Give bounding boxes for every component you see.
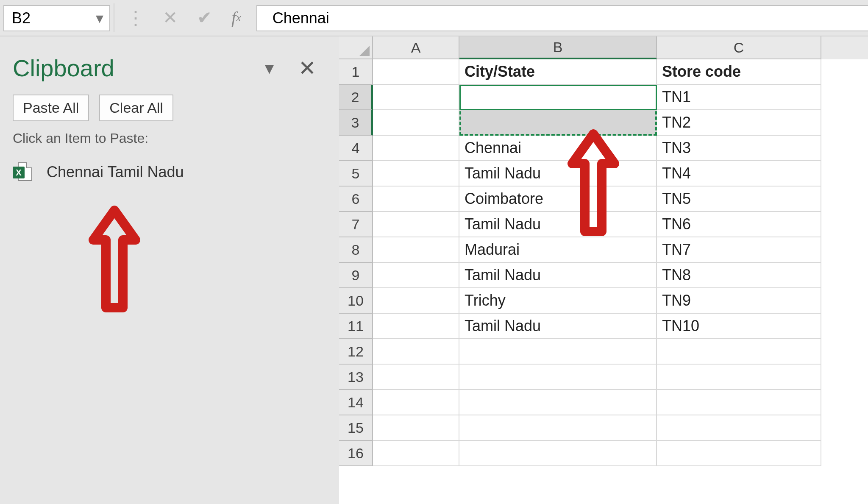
cell-C7[interactable]: TN6 — [657, 212, 821, 237]
spreadsheet[interactable]: A B C 1City/StateStore code2ChennaiTN13T… — [339, 36, 868, 504]
cell-B1[interactable]: City/State — [459, 59, 657, 85]
paste-all-button[interactable]: Paste All — [13, 95, 89, 121]
grid-row: 6CoimbatoreTN5 — [339, 187, 868, 212]
cell-A10[interactable] — [373, 288, 459, 314]
cell-C14[interactable] — [657, 390, 821, 415]
row-header[interactable]: 13 — [339, 365, 373, 390]
cell-A5[interactable] — [373, 161, 459, 187]
clear-all-button[interactable]: Clear All — [99, 95, 173, 121]
cell-B11[interactable]: Tamil Nadu — [459, 314, 657, 339]
select-all-corner[interactable] — [339, 36, 373, 59]
cell-C16[interactable] — [657, 441, 821, 466]
chevron-down-icon[interactable]: ▾ — [265, 58, 274, 78]
clipboard-item[interactable]: X Chennai Tamil Nadu — [13, 161, 326, 184]
cell-C1[interactable]: Store code — [657, 59, 821, 85]
row-header[interactable]: 14 — [339, 390, 373, 415]
row-header[interactable]: 4 — [339, 136, 373, 161]
cell-B6[interactable]: Coimbatore — [459, 187, 657, 212]
cell-A2[interactable] — [373, 85, 459, 110]
row-header[interactable]: 15 — [339, 415, 373, 441]
row-header[interactable]: 7 — [339, 212, 373, 237]
clipboard-header: Clipboard ▾ ✕ — [13, 54, 326, 82]
more-icon[interactable]: ⋮ — [126, 8, 143, 27]
cell-B9[interactable]: Tamil Nadu — [459, 263, 657, 288]
fx-icon[interactable]: fx — [231, 9, 241, 26]
row-header[interactable]: 11 — [339, 314, 373, 339]
cell-C6[interactable]: TN5 — [657, 187, 821, 212]
cell-B7[interactable]: Tamil Nadu — [459, 212, 657, 237]
grid-row: 3Tamil NaduTN2 — [339, 110, 868, 136]
grid-row: 5Tamil NaduTN4 — [339, 161, 868, 187]
cell-C3[interactable]: TN2 — [657, 110, 821, 136]
row-header[interactable]: 10 — [339, 288, 373, 314]
row-header[interactable]: 9 — [339, 263, 373, 288]
cell-C4[interactable]: TN3 — [657, 136, 821, 161]
cell-C2[interactable]: TN1 — [657, 85, 821, 110]
row-header[interactable]: 1 — [339, 59, 373, 85]
grid-row: 12 — [339, 339, 868, 365]
excel-icon: X — [13, 162, 32, 182]
column-header-A[interactable]: A — [373, 36, 459, 59]
cell-A1[interactable] — [373, 59, 459, 85]
row-header[interactable]: 3 — [339, 110, 373, 136]
cell-B15[interactable] — [459, 415, 657, 441]
chevron-down-icon[interactable]: ▾ — [96, 9, 103, 27]
cell-A13[interactable] — [373, 365, 459, 390]
grid-row: 7Tamil NaduTN6 — [339, 212, 868, 237]
cell-B14[interactable] — [459, 390, 657, 415]
row-header[interactable]: 2 — [339, 85, 373, 110]
cell-B5[interactable]: Tamil Nadu — [459, 161, 657, 187]
cell-B16[interactable] — [459, 441, 657, 466]
cell-A6[interactable] — [373, 187, 459, 212]
cell-B13[interactable] — [459, 365, 657, 390]
column-header-B[interactable]: B — [459, 36, 657, 59]
cell-A11[interactable] — [373, 314, 459, 339]
cell-A15[interactable] — [373, 415, 459, 441]
row-header[interactable]: 5 — [339, 161, 373, 187]
cell-B12[interactable] — [459, 339, 657, 365]
main: Clipboard ▾ ✕ Paste All Clear All Click … — [0, 36, 868, 504]
name-box[interactable]: B2 ▾ — [3, 5, 110, 31]
grid-row: 8MaduraiTN7 — [339, 237, 868, 263]
grid-row: 11Tamil NaduTN10 — [339, 314, 868, 339]
cell-A3[interactable] — [373, 110, 459, 136]
grid-row: 15 — [339, 415, 868, 441]
cell-A4[interactable] — [373, 136, 459, 161]
formula-input[interactable]: Chennai — [256, 5, 868, 31]
annotation-arrow-icon — [85, 198, 144, 316]
row-header[interactable]: 12 — [339, 339, 373, 365]
cell-C10[interactable]: TN9 — [657, 288, 821, 314]
row-header[interactable]: 16 — [339, 441, 373, 466]
cell-C13[interactable] — [657, 365, 821, 390]
cell-C5[interactable]: TN4 — [657, 161, 821, 187]
formula-bar: B2 ▾ ⋮ ✕ ✔ fx Chennai — [0, 0, 868, 36]
close-icon[interactable]: ✕ — [298, 56, 316, 81]
column-header-row: A B C — [339, 36, 868, 59]
row-header[interactable]: 6 — [339, 187, 373, 212]
grid-row: 14 — [339, 390, 868, 415]
enter-icon[interactable]: ✔ — [197, 9, 212, 27]
cell-C15[interactable] — [657, 415, 821, 441]
clipboard-controls: ▾ ✕ — [265, 56, 326, 81]
cell-B8[interactable]: Madurai — [459, 237, 657, 263]
cell-A8[interactable] — [373, 237, 459, 263]
cell-B10[interactable]: Trichy — [459, 288, 657, 314]
cell-A14[interactable] — [373, 390, 459, 415]
row-header[interactable]: 8 — [339, 237, 373, 263]
cell-A12[interactable] — [373, 339, 459, 365]
formula-input-value: Chennai — [273, 9, 329, 27]
cell-A9[interactable] — [373, 263, 459, 288]
cell-A7[interactable] — [373, 212, 459, 237]
clipboard-hint: Click an Item to Paste: — [13, 131, 326, 146]
cell-C12[interactable] — [657, 339, 821, 365]
column-header-C[interactable]: C — [657, 36, 821, 59]
cell-B2[interactable]: Chennai — [459, 85, 657, 110]
cell-C9[interactable]: TN8 — [657, 263, 821, 288]
cell-C8[interactable]: TN7 — [657, 237, 821, 263]
formula-input-container: Chennai — [256, 0, 868, 36]
cancel-icon[interactable]: ✕ — [163, 9, 178, 27]
cell-C11[interactable]: TN10 — [657, 314, 821, 339]
cell-A16[interactable] — [373, 441, 459, 466]
cell-B4[interactable]: Chennai — [459, 136, 657, 161]
cell-B3[interactable]: Tamil Nadu — [459, 110, 657, 136]
